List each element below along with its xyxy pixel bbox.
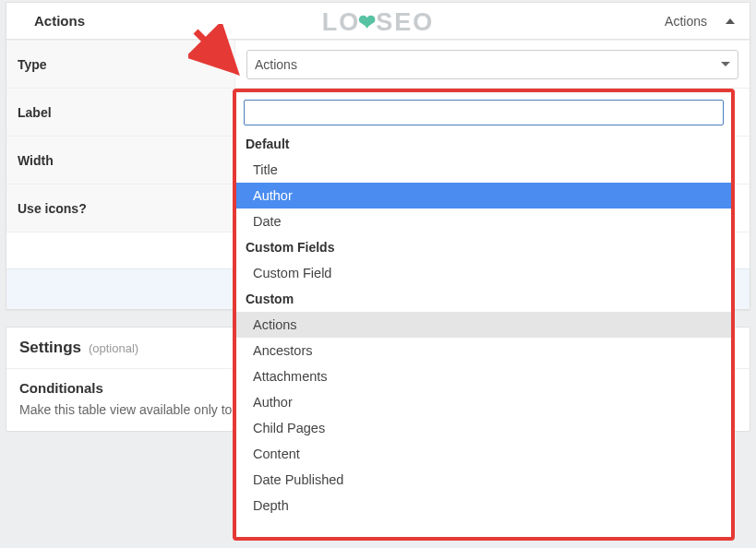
dropdown-option[interactable]: Child Pages	[236, 415, 731, 441]
watermark-logo: LO❤SEO	[322, 8, 435, 37]
dropdown-option[interactable]: Depth	[236, 493, 731, 518]
dropdown-option[interactable]: Attachments	[236, 363, 731, 389]
panel-header: Actions LO❤SEO Actions	[6, 3, 750, 40]
dropdown-option[interactable]: Date	[236, 208, 731, 234]
dropdown-group-header: Custom Fields	[236, 234, 731, 260]
dropdown-list[interactable]: DefaultTitleAuthorDateCustom FieldsCusto…	[236, 131, 731, 537]
chevron-down-icon	[721, 62, 730, 66]
settings-optional: (optional)	[89, 341, 138, 355]
dropdown-group-header: Custom	[236, 286, 731, 312]
dropdown-option[interactable]: Author	[236, 183, 731, 208]
dropdown-search-input[interactable]	[244, 100, 724, 125]
form-label: Width	[6, 137, 235, 184]
form-label: Type	[6, 41, 235, 88]
form-row-type: Type Actions	[6, 40, 750, 88]
panel-header-right: Actions	[665, 14, 735, 29]
collapse-caret-icon[interactable]	[726, 18, 735, 24]
panel-header-name: Actions	[665, 14, 707, 29]
settings-title: Settings	[19, 339, 81, 356]
form-label: Label	[6, 89, 235, 136]
type-select[interactable]: Actions	[246, 50, 738, 79]
dropdown-option[interactable]: Content	[236, 441, 731, 467]
panel-title: Actions	[34, 13, 85, 29]
type-select-value: Actions	[255, 57, 297, 72]
dropdown-group-header: Default	[236, 131, 731, 157]
dropdown-option[interactable]: Title	[236, 157, 731, 183]
dropdown-option[interactable]: Actions	[236, 312, 731, 338]
dropdown-option[interactable]: Author	[236, 389, 731, 415]
dropdown-option[interactable]: Ancestors	[236, 338, 731, 363]
form-label: Use icons?	[6, 185, 235, 232]
dropdown-option[interactable]: Date Published	[236, 467, 731, 493]
type-dropdown: DefaultTitleAuthorDateCustom FieldsCusto…	[233, 89, 735, 541]
dropdown-option[interactable]: Custom Field	[236, 260, 731, 286]
